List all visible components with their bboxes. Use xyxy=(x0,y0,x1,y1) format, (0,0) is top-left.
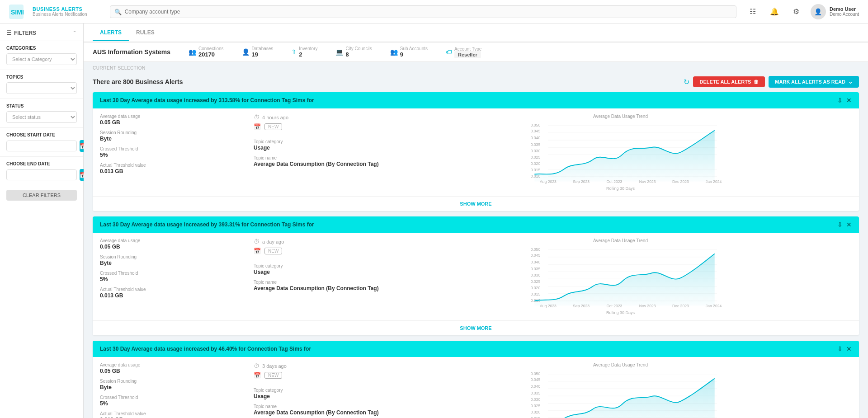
status-select[interactable]: Select status xyxy=(6,111,77,123)
start-date-input[interactable] xyxy=(6,141,77,151)
svg-text:0.015: 0.015 xyxy=(531,292,541,296)
mark-read-label: MARK ALL ALERTS AS READ xyxy=(775,79,845,85)
topic-category-label: Topic category xyxy=(254,139,380,144)
time-ago-text: 4 hours ago xyxy=(262,115,288,120)
svg-text:0.050: 0.050 xyxy=(531,247,541,252)
alerts-header: There are 800 Business Alerts ↻ DELETE A… xyxy=(84,72,868,92)
status-badge: NEW xyxy=(264,123,282,130)
alert-card-header: Last 30 Day Average data usage increased… xyxy=(93,216,859,233)
avg-data-usage-label: Average data usage xyxy=(100,114,245,119)
session-rounding-label: Session Rounding xyxy=(100,130,245,135)
clock-icon: ⏱ xyxy=(254,238,259,245)
alert-card-header-actions: ⇩ ✕ xyxy=(837,345,852,352)
end-date-label: CHOOSE END DATE xyxy=(6,161,77,166)
show-more-button[interactable]: SHOW MORE xyxy=(93,196,859,211)
svg-text:Oct 2023: Oct 2023 xyxy=(606,179,622,184)
alert-close-button[interactable]: ✕ xyxy=(846,345,852,352)
session-rounding-label: Session Rounding xyxy=(100,254,245,259)
grid-icon[interactable]: ☷ xyxy=(745,5,760,19)
svg-text:0.020: 0.020 xyxy=(531,286,541,290)
tab-alerts[interactable]: ALERTS xyxy=(93,25,129,41)
topics-select[interactable] xyxy=(6,82,77,94)
status-badge: NEW xyxy=(264,248,282,254)
logo[interactable]: SIMPL xyxy=(9,5,24,19)
alert-card: Last 30 Day Average data usage increased… xyxy=(93,341,859,418)
topic-category-value: Usage xyxy=(254,269,380,275)
mark-all-read-button[interactable]: MARK ALL ALERTS AS READ ⌄ xyxy=(769,76,859,88)
alert-close-button[interactable]: ✕ xyxy=(846,221,852,228)
chart-x-label: Rolling 30 Days xyxy=(389,310,852,315)
session-rounding-value: Byte xyxy=(100,384,245,390)
calendar-icon: 📅 xyxy=(254,372,261,379)
stat-databases: 👤 Databases 19 xyxy=(242,46,274,58)
clear-filters-button[interactable]: CLEAR FILTERS xyxy=(6,190,77,201)
svg-text:0.025: 0.025 xyxy=(531,404,541,408)
header-title-sub: Business Alerts Notification xyxy=(33,12,87,17)
time-ago-text: 3 days ago xyxy=(262,363,287,369)
crossed-threshold-label: Crossed Threshold xyxy=(100,271,245,276)
svg-text:Dec 2023: Dec 2023 xyxy=(672,304,689,308)
delete-all-alerts-button[interactable]: DELETE ALL ALERTS 🗑 xyxy=(693,76,765,87)
status-section: STATUS Select status xyxy=(0,99,83,127)
alert-close-button[interactable]: ✕ xyxy=(846,97,852,104)
svg-text:0.015: 0.015 xyxy=(531,416,541,418)
categories-section: CATEGORIES Select a Category xyxy=(0,41,83,70)
chart-container: 0.050 0.045 0.040 0.035 0.030 0.025 0.02… xyxy=(389,121,852,185)
filters-title: ☰ FILTERS xyxy=(6,30,36,36)
search-input[interactable] xyxy=(110,5,736,18)
alert-card-body: Average data usage 0.05 GB Session Round… xyxy=(93,108,859,196)
svg-text:0.050: 0.050 xyxy=(531,123,541,127)
user-name: Demo User xyxy=(830,6,859,12)
start-date-section: CHOOSE START DATE 📅 xyxy=(0,127,83,156)
svg-text:0.040: 0.040 xyxy=(531,260,541,264)
end-date-section: CHOOSE END DATE 📅 xyxy=(0,156,83,185)
refresh-button[interactable]: ↻ xyxy=(684,78,689,86)
alert-download-button[interactable]: ⇩ xyxy=(837,97,843,104)
user-block[interactable]: 👤 Demo User Demo Account xyxy=(811,4,859,19)
avg-data-usage-value: 0.05 GB xyxy=(100,119,245,126)
topic-category-label: Topic category xyxy=(254,388,380,393)
alert-body-chart: Average Data Usage Trend 0.050 0.045 0.0… xyxy=(389,362,852,418)
actual-threshold-label: Actual Threshold value xyxy=(100,287,245,292)
city-councils-icon: 💻 xyxy=(335,48,343,56)
app-header: SIMPL BUSINESS ALERTS Business Alerts No… xyxy=(0,0,868,23)
account-name: AUS Information Systems xyxy=(93,48,170,56)
svg-text:Nov 2023: Nov 2023 xyxy=(639,304,656,308)
crossed-threshold-value: 5% xyxy=(100,152,245,158)
status-row: 📅 NEW xyxy=(254,123,380,130)
show-more-button[interactable]: SHOW MORE xyxy=(93,320,859,335)
topic-name-value: Average Data Consumption (By Connection … xyxy=(254,285,380,291)
current-selection-label: CURRENT SELECTION xyxy=(84,62,868,72)
status-badge: NEW xyxy=(264,372,282,379)
tabs-bar: ALERTS RULES xyxy=(84,23,868,42)
actual-threshold-value: 0.013 GB xyxy=(100,292,245,299)
stat-sub-accounts: 👥 Sub Accounts 9 xyxy=(390,46,428,58)
clock-icon: ⏱ xyxy=(254,114,259,121)
tab-rules[interactable]: RULES xyxy=(129,25,162,41)
chart-title: Average Data Usage Trend xyxy=(389,114,852,119)
chevron-up-icon[interactable]: ⌃ xyxy=(72,30,77,36)
notification-bell-icon[interactable]: 🔔 xyxy=(767,5,782,19)
svg-text:Jan 2024: Jan 2024 xyxy=(706,304,722,308)
svg-text:0.030: 0.030 xyxy=(531,149,541,153)
category-select[interactable]: Select a Category xyxy=(6,53,77,65)
svg-text:0.040: 0.040 xyxy=(531,136,541,140)
settings-gear-icon[interactable]: ⚙ xyxy=(789,5,803,19)
header-title-main: BUSINESS ALERTS xyxy=(33,6,87,12)
actual-threshold-label: Actual Threshold value xyxy=(100,411,245,416)
stat-account-type: 🏷 Account Type Reseller xyxy=(446,47,481,58)
end-date-input[interactable] xyxy=(6,169,77,180)
alert-download-button[interactable]: ⇩ xyxy=(837,221,843,228)
alert-header-text: Last 30 Day Average data usage increased… xyxy=(100,346,311,352)
chart-container: 0.050 0.045 0.040 0.035 0.030 0.025 0.02… xyxy=(389,369,852,418)
time-ago-row: ⏱ 3 days ago xyxy=(254,362,380,369)
alert-body-chart: Average Data Usage Trend 0.050 0.045 0.0… xyxy=(389,238,852,315)
avg-data-usage-value: 0.05 GB xyxy=(100,244,245,250)
svg-text:0.030: 0.030 xyxy=(531,397,541,402)
time-ago-text: a day ago xyxy=(262,239,284,244)
calendar-icon: 📅 xyxy=(254,248,261,254)
alert-download-button[interactable]: ⇩ xyxy=(837,345,843,352)
svg-text:Aug 2023: Aug 2023 xyxy=(540,179,557,184)
svg-text:0.045: 0.045 xyxy=(531,377,541,382)
avg-data-usage-label: Average data usage xyxy=(100,362,245,367)
